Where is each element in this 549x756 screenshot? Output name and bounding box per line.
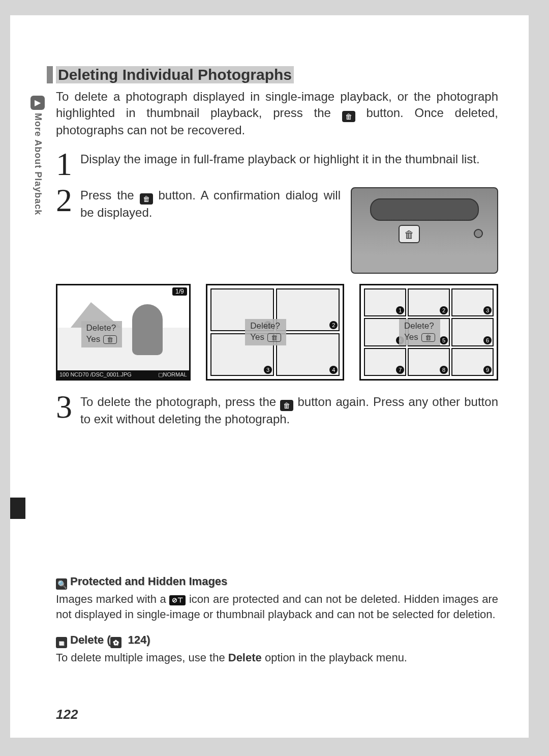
step-1: 1 Display the image in full-frame playba… (56, 151, 498, 177)
dialog-yes: Yes🗑 (86, 334, 117, 344)
step-2-text: Press the 🗑 button. A confirmation dialo… (80, 187, 341, 221)
step-number: 1 (56, 151, 73, 177)
section-title-bar: Deleting Individual Photographs (47, 66, 498, 83)
step-number: 2 (56, 187, 73, 213)
dialog-question: Delete? (86, 323, 117, 333)
manual-page: ▶ More About Playback Deleting Individua… (10, 15, 529, 738)
photo-scene (57, 285, 189, 379)
playback-icon: ▶ (30, 96, 45, 110)
thumbnail-9-screen: 1 2 3 4 5 6 7 8 9 Delete? Yes🗑 (359, 284, 498, 381)
step-2-row: 2 Press the 🗑 button. A confirmation dia… (56, 187, 498, 274)
note-2-title: ≣Delete (✿ 124) (56, 633, 498, 648)
reference-icon: ✿ (110, 637, 121, 648)
image-counter: 1/9 (172, 287, 187, 296)
side-tab-label: More About Playback (33, 113, 43, 215)
trash-icon: 🗑 (103, 335, 117, 344)
thumbnail-4-screen: 1 2 3 4 Delete? Yes🗑 (206, 284, 345, 381)
image-path: 100 NCD70 /DSC_0001.JPG (59, 371, 132, 378)
delete-dialog: Delete? Yes🗑 (399, 319, 440, 345)
page-number: 122 (56, 707, 78, 722)
step-3-text: To delete the photograph, press the 🗑 bu… (80, 394, 498, 427)
image-info-bar: 100 NCD70 /DSC_0001.JPG ▢NORMAL (57, 370, 189, 379)
protect-icon: ⊘⊤ (169, 595, 186, 605)
menu-icon: ≣ (56, 637, 67, 648)
camera-led (474, 229, 483, 238)
single-image-screen: 1/9 Delete? Yes🗑 100 NCD70 /DSC_0001.JPG… (56, 284, 191, 381)
trash-icon: 🗑 (280, 400, 293, 411)
dialog-yes: Yes🗑 (404, 332, 435, 342)
delete-bold: Delete (228, 651, 262, 664)
trash-icon: 🗑 (267, 333, 281, 342)
step-number: 3 (56, 394, 73, 420)
delete-dialog: Delete? Yes🗑 (81, 321, 123, 347)
step-3: 3 To delete the photograph, press the 🗑 … (56, 394, 498, 427)
section-title: Deleting Individual Photographs (56, 66, 294, 83)
delete-dialog: Delete? Yes🗑 (245, 319, 286, 345)
note-2-body: To delete multiple images, use the Delet… (56, 650, 498, 665)
step-2: 2 Press the 🗑 button. A confirmation dia… (56, 187, 341, 221)
notes-section: 🔍Protected and Hidden Images Images mark… (56, 575, 498, 665)
trash-icon: 🗑 (421, 333, 435, 342)
note-1-body: Images marked with a ⊘⊤ icon are protect… (56, 592, 498, 622)
dialog-yes: Yes🗑 (250, 332, 281, 342)
trash-icon: 🗑 (140, 193, 153, 205)
info-icon: 🔍 (56, 578, 67, 590)
image-quality: ▢NORMAL (158, 371, 187, 378)
intro-paragraph: To delete a photograph displayed in sing… (56, 89, 498, 139)
step-1-text: Display the image in full-frame playback… (80, 151, 498, 167)
side-tab: ▶ More About Playback (30, 96, 45, 215)
camera-trash-button: 🗑 (399, 225, 420, 243)
dialog-question: Delete? (404, 321, 435, 331)
dialog-question: Delete? (250, 321, 281, 331)
trash-icon: 🗑 (342, 111, 355, 122)
camera-illustration: 🗑 (351, 187, 498, 274)
confirmation-screens-row: 1/9 Delete? Yes🗑 100 NCD70 /DSC_0001.JPG… (56, 284, 498, 381)
page-edge-tab (10, 498, 25, 519)
note-1-title: 🔍Protected and Hidden Images (56, 575, 498, 590)
